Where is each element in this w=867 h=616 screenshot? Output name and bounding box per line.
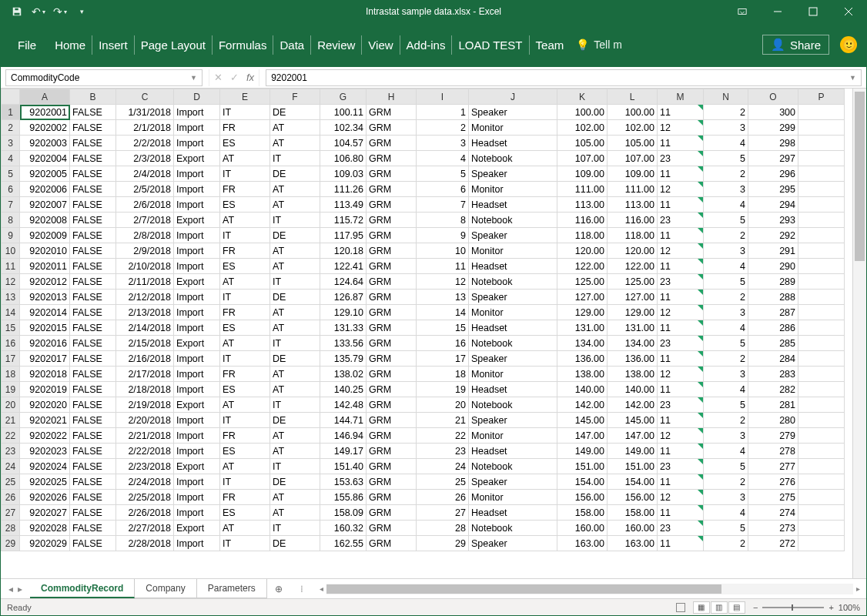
cell[interactable]: AT [220, 336, 270, 351]
cell[interactable]: 2/22/2018 [116, 444, 174, 459]
cell[interactable]: AT [220, 213, 270, 228]
cell[interactable]: Speaker [469, 166, 557, 182]
cell[interactable]: 12 [658, 428, 704, 444]
file-tab[interactable]: File [5, 34, 49, 56]
cell[interactable]: 23 [658, 521, 704, 536]
cell[interactable]: Headset [469, 382, 557, 397]
cell[interactable]: 19 [417, 382, 469, 397]
page-break-view-button[interactable]: ▤ [728, 601, 745, 614]
cell[interactable]: 3 [704, 305, 748, 320]
cell[interactable]: 6 [417, 182, 469, 197]
column-header[interactable]: A [20, 89, 70, 105]
row-header[interactable]: 5 [2, 166, 20, 182]
cell[interactable] [798, 259, 845, 274]
cell[interactable]: 300 [748, 105, 798, 120]
cell[interactable]: AT [270, 243, 320, 259]
cell[interactable]: IT [220, 228, 270, 243]
cell[interactable]: 9202003 [20, 136, 70, 151]
cell[interactable]: 12 [658, 367, 704, 382]
cell[interactable]: 2 [704, 166, 748, 182]
cell[interactable]: IT [270, 336, 320, 351]
cell[interactable]: 272 [748, 536, 798, 551]
cell[interactable]: GRM [367, 428, 417, 444]
cell[interactable]: 2 [704, 351, 748, 367]
cell[interactable]: FALSE [70, 243, 116, 259]
cell[interactable]: IT [220, 290, 270, 305]
cell[interactable]: 129.00 [557, 305, 608, 320]
cell[interactable]: GRM [367, 320, 417, 336]
cell[interactable]: FR [220, 182, 270, 197]
row-header[interactable]: 10 [2, 243, 20, 259]
cell[interactable]: IT [220, 351, 270, 367]
cell[interactable]: Notebook [469, 397, 557, 413]
cell[interactable]: FALSE [70, 536, 116, 551]
cell[interactable]: 9202022 [20, 428, 70, 444]
cell[interactable]: Notebook [469, 274, 557, 290]
cell[interactable]: Headset [469, 505, 557, 521]
cell[interactable]: GRM [367, 505, 417, 521]
cell[interactable]: 138.02 [320, 367, 367, 382]
cell[interactable]: 11 [658, 382, 704, 397]
cell[interactable] [798, 320, 845, 336]
cell[interactable]: 18 [417, 367, 469, 382]
cell[interactable]: 296 [748, 166, 798, 182]
cell[interactable]: 5 [704, 459, 748, 474]
cell[interactable]: FALSE [70, 105, 116, 120]
cell[interactable] [798, 197, 845, 213]
cancel-formula-button[interactable]: ✕ [214, 72, 223, 83]
row-header[interactable]: 23 [2, 444, 20, 459]
cell[interactable]: Import [174, 182, 220, 197]
cell[interactable]: 117.95 [320, 228, 367, 243]
cell[interactable]: GRM [367, 367, 417, 382]
cell[interactable]: 2 [704, 290, 748, 305]
cell[interactable]: 124.64 [320, 274, 367, 290]
cell[interactable]: 131.33 [320, 320, 367, 336]
cell[interactable]: 2/14/2018 [116, 320, 174, 336]
cell[interactable]: 9202006 [20, 182, 70, 197]
cell[interactable]: Import [174, 382, 220, 397]
cell[interactable]: FALSE [70, 120, 116, 136]
cell[interactable]: DE [270, 474, 320, 490]
cell[interactable]: 9202027 [20, 505, 70, 521]
cell[interactable]: 2/6/2018 [116, 197, 174, 213]
cell[interactable]: FR [220, 428, 270, 444]
cell[interactable]: 9202012 [20, 274, 70, 290]
cell[interactable]: 5 [704, 213, 748, 228]
cell[interactable]: 154.00 [557, 474, 608, 490]
cell[interactable]: 134.00 [557, 336, 608, 351]
column-header[interactable]: G [320, 89, 367, 105]
cell[interactable]: 163.00 [557, 536, 608, 551]
fx-button[interactable]: fx [246, 72, 254, 83]
cell[interactable] [798, 413, 845, 428]
sheet-tab[interactable]: CommodityRecord [30, 579, 135, 598]
cell[interactable]: 24 [417, 459, 469, 474]
cell[interactable]: 12 [658, 305, 704, 320]
cell[interactable]: 113.00 [608, 197, 658, 213]
cell[interactable] [798, 444, 845, 459]
cell[interactable]: 2/18/2018 [116, 382, 174, 397]
cell[interactable]: Export [174, 213, 220, 228]
name-box[interactable]: CommodityCode ▼ [5, 69, 203, 86]
cell[interactable]: 11 [658, 197, 704, 213]
cell[interactable]: 3 [704, 367, 748, 382]
cell[interactable]: 295 [748, 182, 798, 197]
row-header[interactable]: 14 [2, 305, 20, 320]
row-header[interactable]: 19 [2, 382, 20, 397]
cell[interactable]: IT [220, 474, 270, 490]
cell[interactable]: ES [220, 444, 270, 459]
cell-grid[interactable]: ABCDEFGHIJKLMNOP19202001FALSE1/31/2018Im… [1, 89, 845, 551]
cell[interactable]: 2/1/2018 [116, 120, 174, 136]
cell[interactable]: ES [220, 382, 270, 397]
cell[interactable]: 5 [704, 336, 748, 351]
cell[interactable]: GRM [367, 490, 417, 505]
cell[interactable]: 274 [748, 505, 798, 521]
cell[interactable]: Import [174, 197, 220, 213]
cell[interactable]: AT [270, 305, 320, 320]
cell[interactable]: 290 [748, 259, 798, 274]
cell[interactable]: AT [270, 136, 320, 151]
row-header[interactable]: 16 [2, 336, 20, 351]
cell[interactable] [798, 182, 845, 197]
cell[interactable]: 129.00 [608, 305, 658, 320]
column-header[interactable]: L [608, 89, 658, 105]
cell[interactable]: 4 [704, 382, 748, 397]
